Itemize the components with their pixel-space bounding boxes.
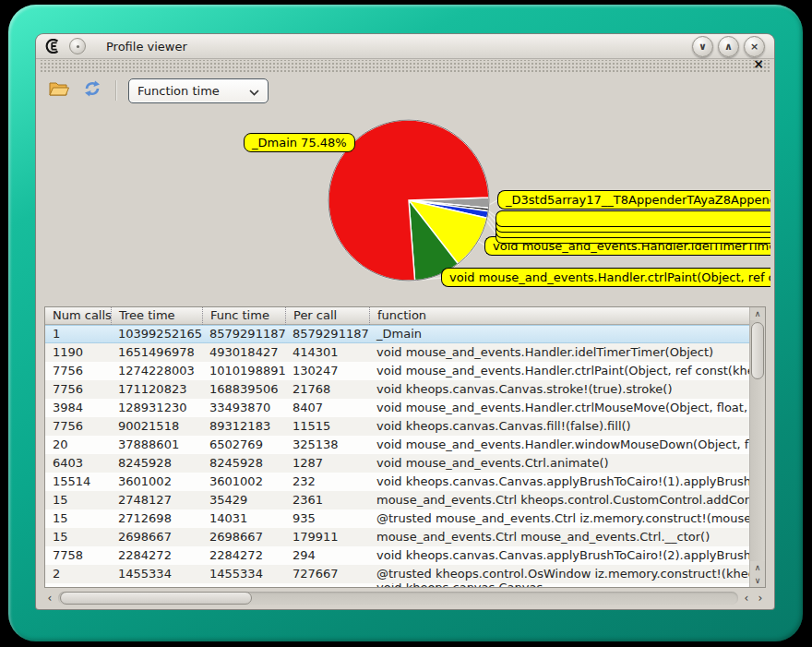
table-body: 11039925216585792911878579291187_Dmain11… xyxy=(45,325,749,587)
scroll-left-button-2[interactable]: ‹ xyxy=(741,592,752,605)
pie-label-hidden xyxy=(496,210,770,227)
maximize-button[interactable]: ∧ xyxy=(718,36,739,57)
table-cell: 10399252165 xyxy=(111,325,202,343)
header-function[interactable]: function xyxy=(369,307,749,325)
header-per-call[interactable]: Per call xyxy=(285,307,369,325)
table-row[interactable]: 775617112082316883950621768void kheops.c… xyxy=(45,380,749,399)
table-cell: void kheops.canvas.Canvas.stroke!(true).… xyxy=(369,380,749,399)
pie-label-dmain: _Dmain 75.48% xyxy=(244,133,355,152)
window-controls: ∨ ∧ × xyxy=(692,36,765,57)
table-cell: 21768 xyxy=(285,380,369,399)
chevron-up-icon: ∧ xyxy=(724,42,733,52)
scroll-right-button[interactable]: › xyxy=(755,592,766,605)
table-cell: 171120823 xyxy=(111,380,202,399)
table-row[interactable]: 6403824592882459281287void mouse_and_eve… xyxy=(45,454,749,473)
table-row[interactable]: 775822842722284272294void kheops.canvas.… xyxy=(45,546,749,565)
scroll-left-button[interactable]: ‹ xyxy=(44,592,55,605)
view-mode-value: Function time xyxy=(137,84,249,98)
table-cell: 232 xyxy=(285,473,369,491)
header-num-calls[interactable]: Num calls xyxy=(45,307,111,325)
table-cell: 1274228003 xyxy=(111,362,202,380)
table-cell: 179911 xyxy=(285,528,369,546)
table-row[interactable]: 1526986672698667179911mouse_and_events.C… xyxy=(45,528,749,546)
table-cell: 2712698 xyxy=(111,509,202,528)
pie-label-appender: _D3std5array17__T8AppenderTAyaZ8Appender… xyxy=(497,190,770,210)
table-row[interactable]: 3984128931230334938708407void mouse_and_… xyxy=(45,399,749,417)
shade-button[interactable]: ∨ xyxy=(692,36,713,57)
table-cell: 7756 xyxy=(45,362,111,380)
table-cell: 2698667 xyxy=(202,528,285,546)
table-cell: @trusted mouse_and_events.Ctrl iz.memory… xyxy=(369,509,749,528)
table-cell: 37888601 xyxy=(111,436,202,454)
table-cell: 11515 xyxy=(285,417,369,436)
table-cell: 493018427 xyxy=(202,343,285,362)
refresh-button[interactable] xyxy=(80,78,104,102)
vertical-scroll-thumb[interactable] xyxy=(751,322,764,379)
toolbar-separator xyxy=(115,80,117,101)
header-tree-time[interactable]: Tree time xyxy=(111,307,202,325)
table-cell: 15514 xyxy=(45,473,111,491)
table-cell: 6502769 xyxy=(202,436,285,454)
view-mode-select[interactable]: Function time xyxy=(128,78,269,103)
table-cell: void kheops.canvas.Canvas.applyBrushToCa… xyxy=(369,473,749,491)
table-row[interactable]: 775612742280031010198891130247void mouse… xyxy=(45,362,749,380)
table-cell: 1455334 xyxy=(202,565,285,583)
table-cell: 2698667 xyxy=(111,528,202,546)
table-cell: 1455334 xyxy=(111,565,202,583)
scroll-up-button[interactable]: ∧ xyxy=(750,307,765,320)
table-row[interactable]: 152748127354292361mouse_and_events.Ctrl … xyxy=(45,491,749,509)
table-cell: 2361 xyxy=(285,491,369,509)
table-cell: void kheops.canvas.Canvas xyxy=(369,583,749,587)
table-row[interactable]: 1551436010023601002232void kheops.canvas… xyxy=(45,473,749,491)
table-row[interactable]: 214553341455334727667@trusted kheops.con… xyxy=(45,565,749,583)
table-cell: 3601002 xyxy=(111,473,202,491)
table-cell: 3601002 xyxy=(202,473,285,491)
table-row[interactable]: 11039925216585792911878579291187_Dmain xyxy=(45,325,749,343)
table-cell: 15 xyxy=(45,509,111,528)
table-cell: 727667 xyxy=(285,565,369,583)
table-cell: 1190 xyxy=(45,343,111,362)
table-cell: _Dmain xyxy=(369,325,749,343)
table-row[interactable]: 7756900215188931218311515void kheops.can… xyxy=(45,417,749,436)
table-cell: 15 xyxy=(45,528,111,546)
table-cell: 414301 xyxy=(285,343,369,362)
table-cell: mouse_and_events.Ctrl mouse_and_events.C… xyxy=(369,528,749,546)
vertical-scrollbar[interactable]: ∧ ∧ ∨ xyxy=(749,307,765,587)
horizontal-scrollbar[interactable]: ‹ ‹ › xyxy=(44,590,766,606)
table-cell: 35429 xyxy=(202,491,285,509)
horizontal-scroll-track[interactable] xyxy=(58,592,738,605)
table-cell: 8245928 xyxy=(111,454,202,473)
open-folder-icon xyxy=(49,80,69,101)
header-func-time[interactable]: Func time xyxy=(202,307,285,325)
table-row[interactable]: 15271269814031935@trusted mouse_and_even… xyxy=(45,509,749,528)
table-cell: 128931230 xyxy=(111,399,202,417)
dock-close-icon[interactable]: × xyxy=(753,57,764,70)
scroll-up-button-2[interactable]: ∧ xyxy=(750,561,765,574)
table-cell: void mouse_and_events.Handler.ctrlPaint(… xyxy=(369,362,749,380)
table-cell: mouse_and_events.Ctrl kheops.control.Cus… xyxy=(369,491,749,509)
dock-handle[interactable]: × xyxy=(39,60,771,72)
table-cell: 325138 xyxy=(285,436,369,454)
table-row-partial[interactable]: void kheops.canvas.Canvas xyxy=(45,583,749,587)
table-cell: void mouse_and_events.Handler.idelTimerT… xyxy=(369,343,749,362)
table-cell: @trusted kheops.control.OsWindow iz.memo… xyxy=(369,565,749,583)
titlebar[interactable]: Profile viewer ∨ ∧ × xyxy=(36,34,774,59)
window-menu-button[interactable] xyxy=(69,38,86,54)
table-cell: 7758 xyxy=(45,546,111,565)
refresh-icon xyxy=(83,79,102,102)
close-button[interactable]: × xyxy=(744,36,765,57)
results-table: Num calls Tree time Func time Per call f… xyxy=(44,306,766,588)
table-cell: void mouse_and_events.Handler.ctrlMouseM… xyxy=(369,399,749,417)
open-file-button[interactable] xyxy=(47,78,71,102)
table-cell: 33493870 xyxy=(202,399,285,417)
scroll-down-button[interactable]: ∨ xyxy=(750,574,765,587)
vertical-scroll-track[interactable] xyxy=(750,320,765,561)
close-icon: × xyxy=(750,42,758,52)
table-row[interactable]: 11901651496978493018427414301void mouse_… xyxy=(45,343,749,362)
table-cell: 7756 xyxy=(45,417,111,436)
table-cell: 20 xyxy=(45,436,111,454)
table-cell: 1651496978 xyxy=(111,343,202,362)
table-cell: 90021518 xyxy=(111,417,202,436)
horizontal-scroll-thumb[interactable] xyxy=(60,592,252,605)
table-row[interactable]: 20378886016502769325138void mouse_and_ev… xyxy=(45,436,749,454)
